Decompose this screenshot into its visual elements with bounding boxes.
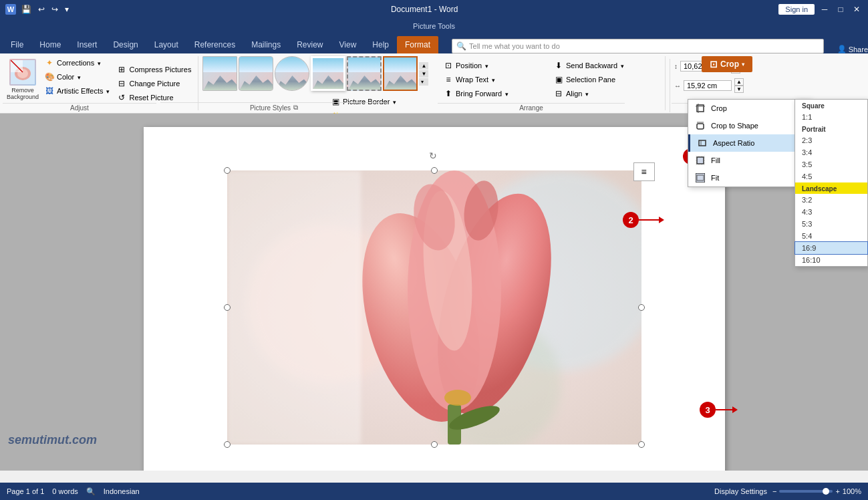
crop-button-area: ⊡ Crop ▾: [702, 56, 752, 72]
ratio-5-3[interactable]: 5:3: [795, 218, 867, 230]
change-picture-button[interactable]: ⊟ Change Picture: [114, 77, 194, 90]
picture-styles-thumbs: ▲ ▼ ▾: [202, 56, 428, 91]
display-settings[interactable]: Display Settings: [714, 487, 767, 495]
proofing-icon[interactable]: 🔍: [86, 487, 96, 496]
bring-forward-icon: ⬆: [443, 88, 454, 99]
minimize-button[interactable]: ─: [819, 3, 831, 15]
fill-menu-item[interactable]: Fill: [688, 152, 811, 169]
aspect-ratio-menu-item[interactable]: Aspect Ratio ▶: [688, 134, 811, 152]
align-button[interactable]: ⊟ Align: [551, 87, 627, 100]
ratio-2-3[interactable]: 2:3: [795, 134, 867, 146]
ratio-3-5[interactable]: 3:5: [795, 158, 867, 170]
zoom-out-icon[interactable]: −: [772, 487, 776, 495]
ratio-3-4[interactable]: 3:4: [795, 146, 867, 158]
maximize-button[interactable]: □: [835, 3, 847, 15]
tab-home[interactable]: Home: [31, 36, 69, 53]
tab-layout[interactable]: Layout: [146, 36, 186, 53]
language[interactable]: Indonesian: [104, 487, 140, 495]
zoom-in-icon[interactable]: +: [835, 487, 839, 495]
compress-pictures-button[interactable]: ⊞ Compress Pictures: [114, 63, 194, 76]
handle-top-center[interactable]: [431, 167, 438, 174]
handle-middle-left[interactable]: [224, 304, 231, 311]
bring-forward-button[interactable]: ⬆ Bring Forward: [440, 87, 511, 100]
share-button[interactable]: 👤 Share: [837, 45, 868, 53]
tab-mailings[interactable]: Mailings: [243, 36, 289, 53]
corrections-button[interactable]: ✦ Corrections: [41, 56, 112, 70]
wrap-text-button[interactable]: ≡ Wrap Text: [440, 73, 511, 86]
handle-middle-right[interactable]: [638, 304, 645, 311]
zoom-level: 100%: [843, 487, 861, 495]
width-icon: ↔: [674, 82, 681, 90]
callout-3: 3: [700, 402, 716, 418]
zoom-slider[interactable]: [779, 490, 833, 493]
tab-design[interactable]: Design: [105, 36, 146, 53]
status-right: Display Settings − + 100%: [714, 487, 861, 495]
ratio-3-2[interactable]: 3:2: [795, 194, 867, 206]
style-thumb-1[interactable]: [202, 56, 237, 91]
change-picture-icon: ⊟: [116, 78, 127, 89]
tab-file[interactable]: File: [3, 36, 31, 53]
send-backward-button[interactable]: ⬇ Send Backward: [551, 59, 627, 72]
style-thumb-5[interactable]: [347, 56, 382, 91]
redo-icon[interactable]: ↪: [50, 5, 59, 14]
handle-bottom-left[interactable]: [224, 441, 231, 448]
tab-format[interactable]: Format: [397, 36, 438, 53]
undo-icon[interactable]: ↩: [37, 5, 46, 14]
rotate-handle[interactable]: ↻: [429, 150, 440, 161]
callout-3-group: 3: [700, 402, 738, 418]
sign-in-button[interactable]: Sign in: [778, 4, 815, 15]
style-thumb-6-selected[interactable]: [383, 56, 418, 91]
width-up[interactable]: ▲: [734, 78, 744, 86]
handle-top-left[interactable]: [224, 167, 231, 174]
ratio-1-1[interactable]: 1:1: [795, 111, 867, 123]
crop-menu-item[interactable]: Crop: [688, 100, 811, 117]
handle-bottom-center[interactable]: [431, 441, 438, 448]
ratio-16-10[interactable]: 16:10: [795, 254, 867, 266]
image-container[interactable]: ↻ ≡: [227, 170, 641, 445]
fit-menu-item[interactable]: Fit: [688, 169, 811, 186]
tab-help[interactable]: Help: [364, 36, 397, 53]
save-icon[interactable]: 💾: [20, 5, 33, 14]
search-box[interactable]: 🔍 Tell me what you want to do: [452, 39, 824, 53]
position-button[interactable]: ⊡ Position: [440, 59, 511, 72]
callout-2: 2: [623, 212, 639, 228]
callout-2-head: [659, 217, 664, 223]
tab-references[interactable]: References: [186, 36, 243, 53]
style-thumb-2[interactable]: [239, 56, 273, 91]
tab-insert[interactable]: Insert: [69, 36, 105, 53]
artistic-effects-button[interactable]: 🖼 Artistic Effects: [41, 84, 112, 98]
style-thumb-4[interactable]: [311, 56, 345, 91]
aspect-ratio-submenu: Square 1:1 Portrait 2:3 3:4 3:5 4:5 Land…: [794, 99, 868, 267]
close-button[interactable]: ✕: [851, 3, 863, 15]
picture-tools-label: Picture Tools: [413, 22, 455, 30]
word-count: 0 words: [52, 487, 78, 495]
layout-options-icon[interactable]: ≡: [633, 162, 655, 181]
style-expand[interactable]: ▾: [419, 78, 428, 86]
customize-icon[interactable]: ▾: [63, 5, 70, 14]
picture-styles-dialog-icon[interactable]: ⧉: [293, 104, 298, 112]
crop-menu-icon: [695, 103, 706, 114]
flower-image: [227, 170, 641, 445]
tab-review[interactable]: Review: [289, 36, 331, 53]
ratio-16-9[interactable]: 16:9: [795, 242, 867, 254]
style-scroll-up[interactable]: ▲: [419, 62, 428, 70]
picture-styles-label: Picture Styles ⧉: [160, 102, 388, 112]
remove-background-button[interactable]: Remove Background: [4, 56, 41, 110]
ratio-5-4[interactable]: 5:4: [795, 230, 867, 242]
style-thumb-3[interactable]: [275, 56, 309, 91]
crop-button[interactable]: ⊡ Crop ▾: [702, 56, 752, 72]
selection-pane-button[interactable]: ▣ Selection Pane: [551, 73, 627, 86]
color-icon: 🎨: [44, 72, 55, 82]
width-down[interactable]: ▼: [734, 86, 744, 93]
corrections-dropdown-icon: [96, 59, 101, 67]
handle-bottom-right[interactable]: [638, 441, 645, 448]
tab-view[interactable]: View: [331, 36, 365, 53]
color-button[interactable]: 🎨 Color: [41, 70, 112, 84]
style-scroll-down[interactable]: ▼: [419, 70, 428, 78]
width-input[interactable]: [684, 80, 732, 91]
crop-to-shape-menu-item[interactable]: Crop to Shape ▶: [688, 117, 811, 134]
wrap-icon: ≡: [443, 74, 454, 85]
ratio-4-5[interactable]: 4:5: [795, 170, 867, 182]
status-bar: Page 1 of 1 0 words 🔍 Indonesian Display…: [0, 483, 868, 500]
ratio-4-3[interactable]: 4:3: [795, 206, 867, 218]
